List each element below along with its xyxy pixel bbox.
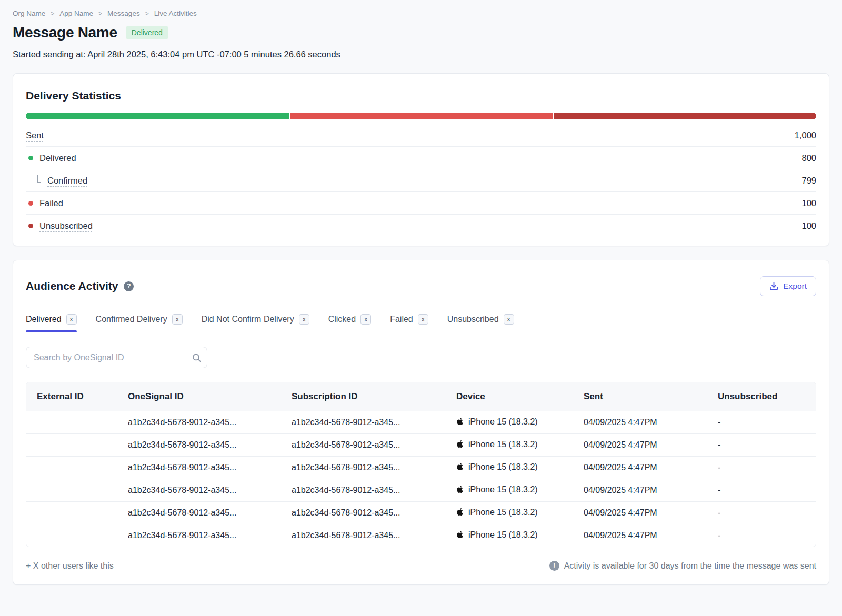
table-row[interactable]: a1b2c34d-5678-9012-a345...a1b2c34d-5678-… xyxy=(26,502,816,524)
breadcrumb-item-app-name[interactable]: App Name xyxy=(59,9,93,17)
tab-did-not-confirm-delivery[interactable]: Did Not Confirm Deliveryx xyxy=(202,314,309,332)
breadcrumb: Org Name>App Name>Messages>Live Activiti… xyxy=(13,9,829,17)
breadcrumb-item-live-activities[interactable]: Live Activities xyxy=(154,9,197,17)
subscription-id-cell: a1b2c34d-5678-9012-a345... xyxy=(281,457,446,479)
stat-label-unsubscribed[interactable]: Unsubscribed xyxy=(39,221,93,231)
breadcrumb-separator: > xyxy=(98,10,102,17)
column-header-sent: Sent xyxy=(573,382,707,411)
table-row[interactable]: a1b2c34d-5678-9012-a345...a1b2c34d-5678-… xyxy=(26,411,816,434)
external-id-cell xyxy=(26,479,117,502)
device-cell: iPhone 15 (18.3.2) xyxy=(446,524,573,547)
legend-dot-delivered xyxy=(28,156,33,160)
audience-table: External IDOneSignal IDSubscription IDDe… xyxy=(26,382,816,547)
activity-retention-text: Activity is available for 30 days from t… xyxy=(564,561,816,571)
table-row[interactable]: a1b2c34d-5678-9012-a345...a1b2c34d-5678-… xyxy=(26,524,816,547)
tab-label: Unsubscribed xyxy=(447,315,499,324)
export-button[interactable]: Export xyxy=(760,276,816,296)
audience-activity-footer: + X other users like this ! Activity is … xyxy=(26,561,816,571)
bar-segment-failed xyxy=(290,113,553,119)
apple-icon xyxy=(456,508,464,516)
device-cell: iPhone 15 (18.3.2) xyxy=(446,434,573,457)
stat-label-confirmed[interactable]: Confirmed xyxy=(47,176,87,186)
breadcrumb-item-org-name[interactable]: Org Name xyxy=(13,9,45,17)
stat-value-sent: 1,000 xyxy=(795,130,816,140)
table-row[interactable]: a1b2c34d-5678-9012-a345...a1b2c34d-5678-… xyxy=(26,457,816,479)
stat-label-sent[interactable]: Sent xyxy=(26,130,44,140)
subscription-id-cell: a1b2c34d-5678-9012-a345... xyxy=(281,502,446,524)
export-label: Export xyxy=(783,281,807,291)
tab-label: Confirmed Delivery xyxy=(96,315,167,324)
tab-count-badge[interactable]: x xyxy=(504,314,514,325)
tab-count-badge[interactable]: x xyxy=(299,314,309,325)
tab-count-badge[interactable]: x xyxy=(66,314,77,325)
unsubscribed-cell: - xyxy=(707,524,816,547)
tab-count-badge[interactable]: x xyxy=(172,314,183,325)
tab-count-badge[interactable]: x xyxy=(360,314,371,325)
external-id-cell xyxy=(26,411,117,434)
page-header: Message Name Delivered xyxy=(13,24,829,41)
apple-icon xyxy=(456,440,464,448)
audience-tabs: DeliveredxConfirmed DeliveryxDid Not Con… xyxy=(26,314,816,332)
device-cell: iPhone 15 (18.3.2) xyxy=(446,411,573,434)
table-body: a1b2c34d-5678-9012-a345...a1b2c34d-5678-… xyxy=(26,411,816,547)
tab-label: Did Not Confirm Delivery xyxy=(202,315,294,324)
delivery-statistics-card: Delivery Statistics Sent1,000Delivered80… xyxy=(13,73,829,246)
stat-row-delivered: Delivered800 xyxy=(26,147,816,169)
external-id-cell xyxy=(26,434,117,457)
onesignal-id-cell: a1b2c34d-5678-9012-a345... xyxy=(117,479,281,502)
breadcrumb-item-messages[interactable]: Messages xyxy=(107,9,140,17)
subscription-id-cell: a1b2c34d-5678-9012-a345... xyxy=(281,524,446,547)
sent-cell: 04/09/2025 4:47PM xyxy=(573,434,707,457)
tab-count-badge[interactable]: x xyxy=(418,314,428,325)
stat-row-confirmed: Confirmed799 xyxy=(26,169,816,192)
tab-label: Failed xyxy=(390,315,413,324)
onesignal-id-cell: a1b2c34d-5678-9012-a345... xyxy=(117,502,281,524)
unsubscribed-cell: - xyxy=(707,502,816,524)
table-row[interactable]: a1b2c34d-5678-9012-a345...a1b2c34d-5678-… xyxy=(26,434,816,457)
external-id-cell xyxy=(26,457,117,479)
device-name: iPhone 15 (18.3.2) xyxy=(468,417,538,427)
device-name: iPhone 15 (18.3.2) xyxy=(468,485,538,494)
delivery-stats-rows: Sent1,000Delivered800Confirmed799Failed1… xyxy=(26,124,816,237)
tab-unsubscribed[interactable]: Unsubscribedx xyxy=(447,314,514,332)
audience-activity-card: Audience Activity ? Export DeliveredxCon… xyxy=(13,260,829,585)
tab-delivered[interactable]: Deliveredx xyxy=(26,314,77,332)
stat-label-delivered[interactable]: Delivered xyxy=(39,153,76,163)
apple-icon xyxy=(456,485,464,493)
tab-failed[interactable]: Failedx xyxy=(390,314,428,332)
bar-segment-delivered xyxy=(26,113,289,119)
sent-cell: 04/09/2025 4:47PM xyxy=(573,524,707,547)
apple-icon xyxy=(456,530,464,539)
subscription-id-cell: a1b2c34d-5678-9012-a345... xyxy=(281,411,446,434)
table-row[interactable]: a1b2c34d-5678-9012-a345...a1b2c34d-5678-… xyxy=(26,479,816,502)
page: Org Name>App Name>Messages>Live Activiti… xyxy=(0,0,842,606)
stat-value-failed: 100 xyxy=(801,198,816,208)
apple-icon xyxy=(456,417,464,426)
column-header-unsubscribed: Unsubscribed xyxy=(707,382,816,411)
stat-value-unsubscribed: 100 xyxy=(801,221,816,231)
device-cell: iPhone 15 (18.3.2) xyxy=(446,479,573,502)
tree-connector-icon xyxy=(37,175,41,183)
tab-confirmed-delivery[interactable]: Confirmed Deliveryx xyxy=(96,314,183,332)
legend-dot-unsubscribed xyxy=(28,224,33,228)
page-title: Message Name xyxy=(13,24,117,41)
device-cell: iPhone 15 (18.3.2) xyxy=(446,457,573,479)
stat-value-delivered: 800 xyxy=(801,153,816,163)
stat-label-failed[interactable]: Failed xyxy=(39,198,63,208)
stat-row-failed: Failed100 xyxy=(26,192,816,215)
activity-retention-note: ! Activity is available for 30 days from… xyxy=(549,561,816,571)
help-icon[interactable]: ? xyxy=(124,281,134,291)
search-box xyxy=(26,347,207,368)
stat-row-sent: Sent1,000 xyxy=(26,124,816,147)
search-icon xyxy=(192,352,202,362)
tab-clicked[interactable]: Clickedx xyxy=(328,314,371,332)
breadcrumb-separator: > xyxy=(145,10,149,17)
unsubscribed-cell: - xyxy=(707,457,816,479)
search-input[interactable] xyxy=(26,347,207,368)
breadcrumb-separator: > xyxy=(51,10,54,17)
column-header-onesignal-id: OneSignal ID xyxy=(117,382,281,411)
tab-label: Clicked xyxy=(328,315,356,324)
stat-value-confirmed: 799 xyxy=(801,176,816,186)
subscription-id-cell: a1b2c34d-5678-9012-a345... xyxy=(281,434,446,457)
sent-cell: 04/09/2025 4:47PM xyxy=(573,479,707,502)
